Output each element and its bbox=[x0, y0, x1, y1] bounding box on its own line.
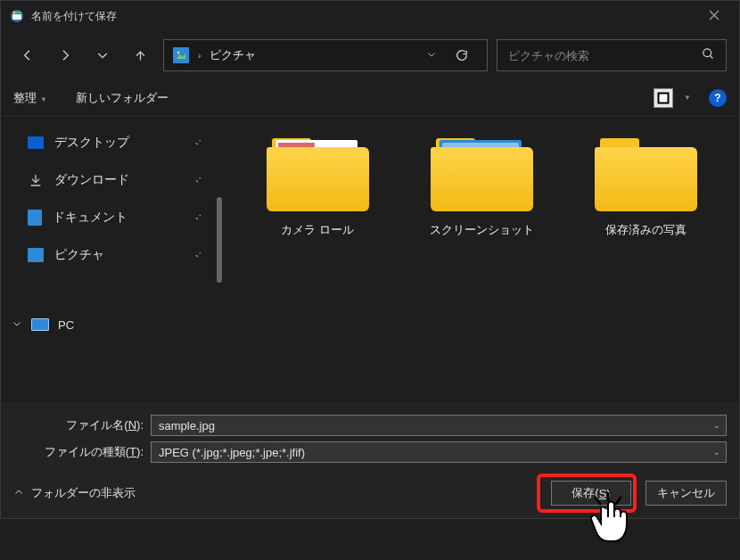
filename-row: ファイル名(N): sample.jpg⌄ bbox=[13, 415, 727, 436]
up-button[interactable] bbox=[126, 41, 154, 70]
sidebar-item-desktop[interactable]: デスクトップ bbox=[1, 124, 224, 161]
folder-icon bbox=[267, 138, 369, 211]
folder-item[interactable]: スクリーンショット bbox=[415, 138, 548, 238]
pc-icon bbox=[31, 318, 49, 331]
save-button[interactable]: 保存(S) bbox=[551, 481, 631, 506]
folder-item[interactable]: カメラ ロール bbox=[251, 138, 384, 238]
window-title: 名前を付けて保存 bbox=[31, 9, 698, 24]
sidebar-item-pictures[interactable]: ピクチャ bbox=[1, 236, 224, 274]
pictures-icon bbox=[28, 248, 44, 262]
filename-input[interactable]: sample.jpg⌄ bbox=[151, 415, 727, 436]
desktop-icon bbox=[28, 136, 44, 149]
svg-rect-1 bbox=[12, 14, 21, 20]
sidebar-item-label: デスクトップ bbox=[54, 135, 129, 151]
nav-bar: › ピクチャ bbox=[1, 31, 739, 79]
folder-icon bbox=[595, 138, 697, 211]
sidebar-item-documents[interactable]: ドキュメント bbox=[1, 199, 224, 236]
sidebar-item-pc[interactable]: PC bbox=[1, 306, 224, 343]
sidebar-item-downloads[interactable]: ダウンロード bbox=[1, 161, 224, 199]
back-button[interactable] bbox=[13, 41, 42, 70]
close-button[interactable] bbox=[698, 9, 730, 23]
scrollbar-thumb[interactable] bbox=[217, 197, 222, 283]
organize-label: 整理 bbox=[13, 91, 37, 104]
search-icon bbox=[702, 47, 715, 63]
filename-value: sample.jpg bbox=[159, 419, 215, 432]
folder-label: カメラ ロール bbox=[281, 222, 354, 238]
sidebar: デスクトップ ダウンロード ドキュメント ピクチャ bbox=[1, 117, 224, 402]
pin-icon bbox=[192, 211, 202, 225]
folder-icon bbox=[431, 138, 533, 211]
sidebar-item-label: ダウンロード bbox=[54, 172, 129, 188]
folder-label: スクリーンショット bbox=[430, 222, 534, 238]
refresh-button[interactable] bbox=[446, 39, 478, 71]
chevron-down-icon[interactable]: ⌄ bbox=[713, 448, 720, 457]
download-icon bbox=[28, 172, 44, 188]
app-icon bbox=[10, 9, 24, 23]
help-button[interactable]: ? bbox=[709, 89, 727, 107]
chevron-down-icon[interactable] bbox=[426, 49, 437, 62]
folder-item[interactable]: 保存済みの写真 bbox=[579, 138, 712, 238]
lower-panel: ファイル名(N): sample.jpg⌄ ファイルの種類(T): JPEG (… bbox=[1, 402, 739, 468]
chevron-down-icon: ▼ bbox=[40, 95, 47, 103]
filename-label: ファイル名(N): bbox=[13, 417, 144, 433]
highlight-annotation: 保存(S) bbox=[537, 474, 637, 513]
cancel-button[interactable]: キャンセル bbox=[645, 481, 727, 506]
sidebar-item-label: PC bbox=[58, 318, 74, 332]
save-dialog: 名前を付けて保存 › ピクチャ 整理▼ 新しいフォルダー ▼ ? bbox=[0, 0, 740, 519]
chevron-down-icon[interactable]: ▼ bbox=[684, 94, 691, 102]
svg-point-2 bbox=[12, 11, 15, 13]
hide-folders-label: フォルダーの非表示 bbox=[31, 485, 136, 501]
path-text: ピクチャ bbox=[210, 47, 417, 63]
sidebar-item-label: ピクチャ bbox=[54, 247, 104, 263]
pin-icon bbox=[192, 136, 202, 150]
svg-point-7 bbox=[703, 49, 711, 57]
search-input[interactable] bbox=[508, 49, 702, 62]
new-folder-button[interactable]: 新しいフォルダー bbox=[76, 90, 169, 106]
chevron-down-icon[interactable]: ⌄ bbox=[713, 421, 720, 430]
chevron-down-icon bbox=[12, 318, 22, 332]
main-area: デスクトップ ダウンロード ドキュメント ピクチャ bbox=[1, 117, 739, 402]
bottom-bar: フォルダーの非表示 保存(S) キャンセル bbox=[1, 468, 739, 518]
filetype-value: JPEG (*.jpg;*.jpeg;*.jpe;*.jfif) bbox=[159, 446, 305, 459]
toolbar: 整理▼ 新しいフォルダー ▼ ? bbox=[1, 79, 739, 117]
filetype-label: ファイルの種類(T): bbox=[13, 444, 144, 460]
chevron-right-icon: › bbox=[198, 51, 201, 61]
folder-view[interactable]: カメラ ロール スクリーンショット 保存済みの写真 bbox=[224, 117, 739, 402]
pin-icon bbox=[192, 174, 202, 187]
chevron-up-icon bbox=[13, 487, 24, 500]
sidebar-item-label: ドキュメント bbox=[53, 210, 127, 226]
filetype-row: ファイルの種類(T): JPEG (*.jpg;*.jpeg;*.jpe;*.j… bbox=[13, 441, 727, 463]
filetype-select[interactable]: JPEG (*.jpg;*.jpeg;*.jpe;*.jfif)⌄ bbox=[151, 441, 727, 463]
folder-label: 保存済みの写真 bbox=[605, 222, 687, 238]
svg-rect-3 bbox=[16, 12, 21, 13]
svg-rect-10 bbox=[660, 94, 668, 102]
forward-button[interactable] bbox=[51, 41, 79, 70]
recent-dropdown-button[interactable] bbox=[88, 41, 117, 70]
pictures-icon bbox=[173, 47, 189, 63]
titlebar: 名前を付けて保存 bbox=[1, 1, 739, 31]
hide-folders-toggle[interactable]: フォルダーの非表示 bbox=[13, 485, 136, 501]
pin-icon bbox=[192, 249, 202, 262]
address-bar[interactable]: › ピクチャ bbox=[163, 39, 488, 71]
view-mode-button[interactable] bbox=[654, 88, 673, 108]
search-box[interactable] bbox=[497, 39, 727, 71]
document-icon bbox=[28, 210, 42, 226]
organize-menu[interactable]: 整理▼ bbox=[13, 90, 47, 106]
svg-point-6 bbox=[177, 52, 180, 54]
